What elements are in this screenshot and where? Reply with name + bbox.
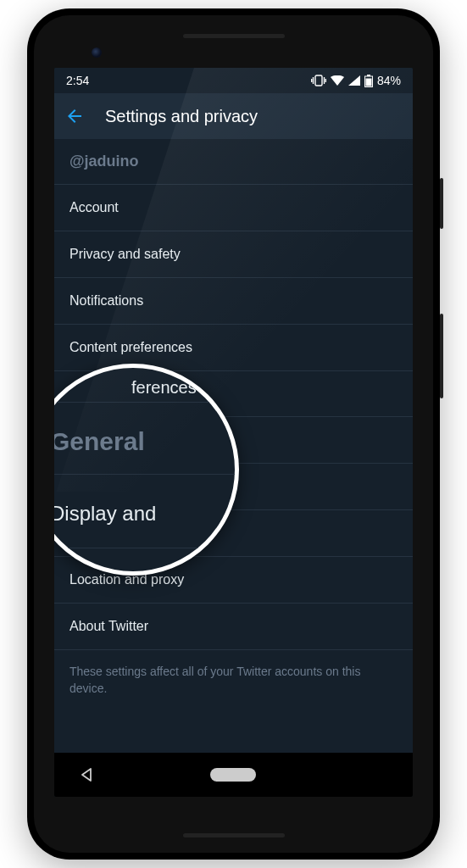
settings-item-notifications[interactable]: Notifications bbox=[54, 278, 413, 325]
page-title: Settings and privacy bbox=[105, 107, 258, 126]
cell-signal-icon bbox=[348, 75, 360, 86]
status-right: 84% bbox=[311, 74, 401, 87]
android-nav-bar bbox=[54, 753, 413, 797]
phone-frame: 2:54 bbox=[27, 8, 440, 860]
phone-bezel: 2:54 bbox=[34, 15, 433, 853]
magnified-general-header: General bbox=[54, 427, 145, 456]
svg-rect-0 bbox=[315, 75, 322, 86]
svg-rect-7 bbox=[365, 78, 371, 86]
app-bar: Settings and privacy bbox=[54, 93, 413, 139]
settings-item-account[interactable]: Account bbox=[54, 185, 413, 231]
battery-icon bbox=[364, 75, 373, 87]
speaker-bottom bbox=[183, 833, 285, 837]
magnified-display-item: Display and bbox=[54, 502, 156, 526]
status-time: 2:54 bbox=[66, 74, 89, 87]
settings-item-privacy[interactable]: Privacy and safety bbox=[54, 231, 413, 278]
wifi-icon bbox=[331, 75, 344, 86]
battery-percentage: 84% bbox=[377, 74, 401, 87]
magnified-divider bbox=[54, 402, 235, 403]
vibrate-icon bbox=[311, 75, 326, 86]
magnified-divider bbox=[54, 474, 235, 475]
power-button bbox=[440, 178, 443, 229]
status-bar: 2:54 bbox=[54, 68, 413, 93]
account-handle-header: @jaduino bbox=[54, 139, 413, 185]
footer-note: These settings affect all of your Twitte… bbox=[54, 650, 413, 710]
settings-item-content-preferences[interactable]: Content preferences bbox=[54, 325, 413, 371]
settings-item-about[interactable]: About Twitter bbox=[54, 604, 413, 650]
volume-button bbox=[440, 314, 443, 398]
magnified-partial-text: ferences bbox=[131, 378, 197, 398]
screen: 2:54 bbox=[54, 68, 413, 797]
back-button[interactable] bbox=[64, 106, 85, 126]
nav-back-button[interactable] bbox=[79, 767, 94, 782]
nav-home-button[interactable] bbox=[210, 768, 256, 782]
front-camera bbox=[92, 47, 102, 58]
speaker-top bbox=[183, 34, 285, 38]
